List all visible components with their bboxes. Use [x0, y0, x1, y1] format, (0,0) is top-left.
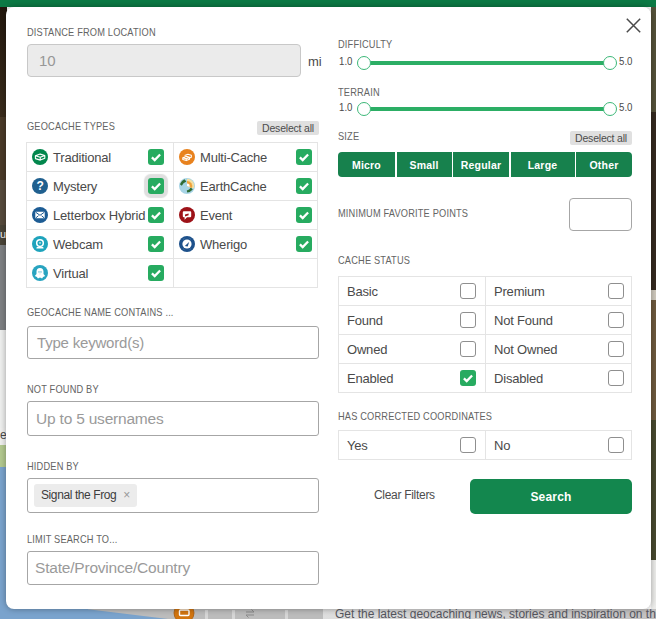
svg-text:?: ?	[37, 179, 44, 193]
